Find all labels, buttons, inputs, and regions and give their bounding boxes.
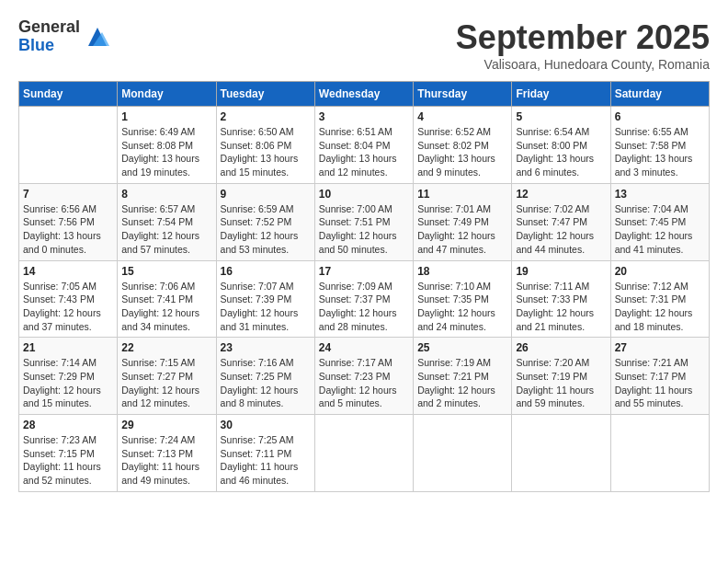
day-number: 4: [417, 110, 507, 123]
calendar-cell: 27Sunrise: 7:21 AM Sunset: 7:17 PM Dayli…: [610, 338, 709, 415]
logo: General Blue: [18, 18, 111, 55]
calendar-week-row: 7Sunrise: 6:56 AM Sunset: 7:56 PM Daylig…: [19, 183, 710, 260]
calendar-cell: 9Sunrise: 6:59 AM Sunset: 7:52 PM Daylig…: [216, 183, 314, 260]
weekday-header: Friday: [512, 82, 610, 107]
day-number: 5: [516, 110, 606, 123]
calendar-cell: 26Sunrise: 7:20 AM Sunset: 7:19 PM Dayli…: [512, 338, 610, 415]
day-number: 1: [121, 110, 211, 123]
calendar-cell: 3Sunrise: 6:51 AM Sunset: 8:04 PM Daylig…: [314, 107, 413, 184]
day-number: 15: [121, 265, 211, 278]
day-detail: Sunrise: 6:52 AM Sunset: 8:02 PM Dayligh…: [417, 125, 507, 179]
calendar-cell: 5Sunrise: 6:54 AM Sunset: 8:00 PM Daylig…: [512, 107, 610, 184]
calendar-cell: [314, 415, 413, 492]
day-detail: Sunrise: 7:17 AM Sunset: 7:23 PM Dayligh…: [319, 356, 409, 410]
day-number: 28: [23, 419, 113, 431]
calendar-cell: 8Sunrise: 6:57 AM Sunset: 7:54 PM Daylig…: [118, 183, 216, 260]
weekday-header: Wednesday: [314, 82, 413, 107]
day-number: 7: [23, 188, 113, 201]
day-detail: Sunrise: 7:14 AM Sunset: 7:29 PM Dayligh…: [23, 356, 113, 410]
calendar-cell: 21Sunrise: 7:14 AM Sunset: 7:29 PM Dayli…: [19, 338, 118, 415]
calendar-table: SundayMondayTuesdayWednesdayThursdayFrid…: [18, 81, 710, 492]
calendar-cell: [610, 415, 709, 492]
day-detail: Sunrise: 7:25 AM Sunset: 7:11 PM Dayligh…: [221, 433, 311, 488]
weekday-header: Tuesday: [216, 82, 314, 107]
day-number: 18: [417, 265, 507, 278]
calendar-week-row: 14Sunrise: 7:05 AM Sunset: 7:43 PM Dayli…: [19, 260, 710, 338]
calendar-week-row: 21Sunrise: 7:14 AM Sunset: 7:29 PM Dayli…: [19, 338, 710, 415]
day-detail: Sunrise: 7:00 AM Sunset: 7:51 PM Dayligh…: [319, 202, 409, 257]
calendar-cell: 16Sunrise: 7:07 AM Sunset: 7:39 PM Dayli…: [216, 260, 314, 338]
day-number: 11: [417, 188, 507, 201]
calendar-cell: 30Sunrise: 7:25 AM Sunset: 7:11 PM Dayli…: [216, 415, 314, 492]
calendar-week-row: 28Sunrise: 7:23 AM Sunset: 7:15 PM Dayli…: [19, 415, 710, 492]
calendar-cell: 20Sunrise: 7:12 AM Sunset: 7:31 PM Dayli…: [610, 260, 709, 338]
calendar-cell: 29Sunrise: 7:24 AM Sunset: 7:13 PM Dayli…: [118, 415, 216, 492]
calendar-cell: 11Sunrise: 7:01 AM Sunset: 7:49 PM Dayli…: [414, 183, 512, 260]
day-number: 27: [615, 341, 705, 354]
day-detail: Sunrise: 6:51 AM Sunset: 8:04 PM Dayligh…: [319, 125, 409, 179]
day-number: 24: [319, 341, 409, 354]
day-detail: Sunrise: 7:07 AM Sunset: 7:39 PM Dayligh…: [221, 280, 311, 334]
calendar-cell: 4Sunrise: 6:52 AM Sunset: 8:02 PM Daylig…: [414, 107, 512, 184]
day-detail: Sunrise: 7:10 AM Sunset: 7:35 PM Dayligh…: [417, 280, 507, 334]
day-detail: Sunrise: 7:11 AM Sunset: 7:33 PM Dayligh…: [516, 280, 606, 334]
logo-general: General: [18, 18, 80, 37]
day-number: 10: [319, 188, 409, 201]
title-block: September 2025 Valisoara, Hunedoara Coun…: [456, 18, 710, 72]
day-number: 30: [221, 419, 311, 431]
calendar-cell: 19Sunrise: 7:11 AM Sunset: 7:33 PM Dayli…: [512, 260, 610, 338]
day-number: 3: [319, 110, 409, 123]
day-detail: Sunrise: 7:21 AM Sunset: 7:17 PM Dayligh…: [615, 356, 705, 410]
calendar-cell: 1Sunrise: 6:49 AM Sunset: 8:08 PM Daylig…: [118, 107, 216, 184]
calendar-cell: 15Sunrise: 7:06 AM Sunset: 7:41 PM Dayli…: [118, 260, 216, 338]
day-detail: Sunrise: 6:59 AM Sunset: 7:52 PM Dayligh…: [221, 202, 311, 257]
day-detail: Sunrise: 7:19 AM Sunset: 7:21 PM Dayligh…: [417, 356, 507, 410]
weekday-header: Monday: [118, 82, 216, 107]
day-number: 16: [221, 265, 311, 278]
day-detail: Sunrise: 7:06 AM Sunset: 7:41 PM Dayligh…: [121, 280, 211, 334]
day-number: 21: [23, 341, 113, 354]
day-number: 29: [121, 419, 211, 431]
calendar-cell: 12Sunrise: 7:02 AM Sunset: 7:47 PM Dayli…: [512, 183, 610, 260]
day-number: 9: [221, 188, 311, 201]
calendar-cell: [19, 107, 118, 184]
logo-icon: [84, 23, 111, 51]
calendar-cell: 17Sunrise: 7:09 AM Sunset: 7:37 PM Dayli…: [314, 260, 413, 338]
calendar-cell: 7Sunrise: 6:56 AM Sunset: 7:56 PM Daylig…: [19, 183, 118, 260]
weekday-header: Sunday: [19, 82, 118, 107]
day-detail: Sunrise: 6:55 AM Sunset: 7:58 PM Dayligh…: [615, 125, 705, 179]
calendar-cell: 23Sunrise: 7:16 AM Sunset: 7:25 PM Dayli…: [216, 338, 314, 415]
month-title: September 2025: [456, 18, 710, 57]
day-number: 20: [615, 265, 705, 278]
calendar-cell: 10Sunrise: 7:00 AM Sunset: 7:51 PM Dayli…: [314, 183, 413, 260]
day-number: 19: [516, 265, 606, 278]
header-row: SundayMondayTuesdayWednesdayThursdayFrid…: [19, 82, 710, 107]
page-header: General Blue September 2025 Valisoara, H…: [18, 18, 710, 72]
logo-blue: Blue: [18, 37, 80, 55]
day-number: 25: [417, 341, 507, 354]
day-detail: Sunrise: 7:12 AM Sunset: 7:31 PM Dayligh…: [615, 280, 705, 334]
calendar-cell: [414, 415, 512, 492]
location: Valisoara, Hunedoara County, Romania: [456, 57, 710, 72]
calendar-cell: 13Sunrise: 7:04 AM Sunset: 7:45 PM Dayli…: [610, 183, 709, 260]
day-detail: Sunrise: 7:09 AM Sunset: 7:37 PM Dayligh…: [319, 280, 409, 334]
calendar-cell: 24Sunrise: 7:17 AM Sunset: 7:23 PM Dayli…: [314, 338, 413, 415]
day-number: 14: [23, 265, 113, 278]
day-detail: Sunrise: 7:16 AM Sunset: 7:25 PM Dayligh…: [221, 356, 311, 410]
calendar-cell: 6Sunrise: 6:55 AM Sunset: 7:58 PM Daylig…: [610, 107, 709, 184]
day-detail: Sunrise: 7:15 AM Sunset: 7:27 PM Dayligh…: [121, 356, 211, 410]
day-detail: Sunrise: 7:05 AM Sunset: 7:43 PM Dayligh…: [23, 280, 113, 334]
day-detail: Sunrise: 7:04 AM Sunset: 7:45 PM Dayligh…: [615, 202, 705, 257]
day-number: 17: [319, 265, 409, 278]
day-number: 23: [221, 341, 311, 354]
day-detail: Sunrise: 7:20 AM Sunset: 7:19 PM Dayligh…: [516, 356, 606, 410]
calendar-cell: 14Sunrise: 7:05 AM Sunset: 7:43 PM Dayli…: [19, 260, 118, 338]
calendar-cell: 28Sunrise: 7:23 AM Sunset: 7:15 PM Dayli…: [19, 415, 118, 492]
calendar-cell: 25Sunrise: 7:19 AM Sunset: 7:21 PM Dayli…: [414, 338, 512, 415]
calendar-cell: [512, 415, 610, 492]
day-number: 13: [615, 188, 705, 201]
day-number: 8: [121, 188, 211, 201]
calendar-cell: 18Sunrise: 7:10 AM Sunset: 7:35 PM Dayli…: [414, 260, 512, 338]
day-detail: Sunrise: 7:02 AM Sunset: 7:47 PM Dayligh…: [516, 202, 606, 257]
day-number: 22: [121, 341, 211, 354]
